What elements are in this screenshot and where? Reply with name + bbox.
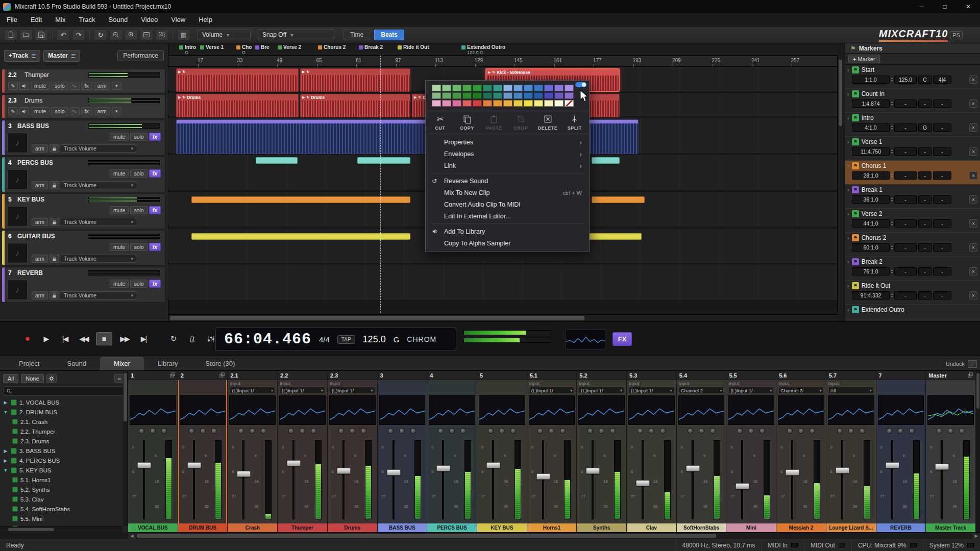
zoom-selection-icon[interactable] [155,29,168,40]
knob-icon[interactable] [161,428,167,434]
solo-button[interactable]: solo [130,243,147,251]
audio-clip[interactable] [191,196,410,203]
strip-eq-display[interactable] [728,395,774,425]
knob-icon[interactable] [599,428,604,434]
mute-button[interactable]: mute [110,243,129,251]
marker-position-field[interactable]: 1:4.874 [852,99,890,108]
fx-button[interactable]: fx [149,133,161,141]
input-dropdown[interactable]: All▾ [828,387,874,394]
track-row-4[interactable]: 4PERCS BUS♪mutesolofxarmTrack Volume▾ [2,157,165,192]
knob-icon[interactable] [211,428,217,434]
knob-icon[interactable] [549,428,554,434]
arrow-down-icon[interactable]: ▼ [3,410,8,415]
delete-marker-icon[interactable]: × [969,99,977,108]
audio-clip[interactable] [585,233,642,240]
chevron-right-icon[interactable]: › [847,67,849,73]
scroll-left-icon[interactable]: ◀ [128,533,136,539]
marker-row[interactable]: ›⚑Ride it Out91:4.332▴▾---× [845,281,980,305]
lock-icon[interactable] [50,218,59,226]
track-row-7[interactable]: 7REVERB♪mutesolofxarmTrack Volume▾ [2,267,165,303]
marker-tempo-field[interactable]: 125.0 [894,76,917,84]
color-swatch[interactable] [534,85,543,91]
marker-position-field[interactable]: 28:1.0 [852,171,890,180]
knob-icon[interactable] [587,428,593,434]
color-swatch[interactable] [503,92,512,99]
color-swatch[interactable] [513,85,523,91]
audio-clip[interactable] [592,196,645,203]
undo-icon[interactable]: ↶ [57,29,70,40]
color-swatch[interactable] [554,92,564,99]
color-swatch[interactable] [524,100,533,107]
solo-button[interactable]: solo [130,280,147,288]
lock-icon[interactable] [50,181,59,189]
marker-position-field[interactable]: 44:1.0 [852,219,890,228]
minimize-icon[interactable]: ─ [910,0,933,13]
tree-item-4-percs-bus[interactable]: ▶4. PERCS BUS [0,456,122,465]
strip-eq-display[interactable] [878,395,924,425]
spinner-icon[interactable]: ▴▾ [891,77,893,82]
color-swatch[interactable] [432,100,441,107]
spinner-icon[interactable]: ▴▾ [891,101,893,106]
color-swatch[interactable] [432,85,441,91]
marker-key-field[interactable]: - [918,267,932,276]
timeline-horizontal-scrollbar[interactable] [168,314,837,321]
marker-tempo-field[interactable]: - [894,123,917,132]
strip-eq-display[interactable] [279,395,326,425]
section-marker[interactable]: Bre [255,44,270,50]
add-track-button[interactable]: +Track☰ [4,50,40,62]
chevron-down-icon[interactable]: ▾ [112,82,121,90]
fader-handle[interactable] [287,460,301,466]
skip-start-button[interactable]: |◀ [58,332,71,345]
color-swatch[interactable] [452,85,461,91]
marker-row[interactable]: ›⚑Chorus 260:1.0▴▾---× [845,233,980,257]
mixer-strip-2[interactable]: 2062791836DRUM BUS [178,371,228,532]
loop-button[interactable]: ↻ [166,332,180,345]
fader-handle[interactable] [886,462,899,468]
knob-icon[interactable] [760,428,765,434]
spinner-icon[interactable]: ▴▾ [891,245,893,250]
strip-header[interactable]: 5 [477,371,527,380]
input-dropdown[interactable]: (L)Input 1/▾ [629,387,674,394]
color-swatch[interactable] [534,92,543,99]
color-swatch[interactable] [462,100,472,107]
marker-timesig-field[interactable]: - [933,99,951,108]
knob-icon[interactable] [710,428,716,434]
menu-file[interactable]: File [0,13,24,26]
knob-icon[interactable] [460,428,466,434]
lock-icon[interactable] [50,144,59,153]
strip-eq-display[interactable] [927,395,974,425]
color-swatch[interactable] [462,92,472,99]
section-marker[interactable]: Verse 2 [278,44,301,50]
fader-handle[interactable] [237,471,251,477]
chevron-right-icon[interactable]: › [847,235,849,241]
color-swatch[interactable] [565,92,574,99]
lock-icon[interactable] [50,291,59,299]
section-marker[interactable]: Verse 1 [200,44,224,50]
timeline-vertical-scrollbar[interactable] [837,56,843,313]
spinner-icon[interactable]: ▴▾ [891,149,893,154]
marker-row[interactable]: ›⚑Verse 244:1.0▴▾---× [845,209,980,233]
fx-button[interactable]: fx [149,169,161,178]
knob-icon[interactable] [238,428,244,434]
knob-icon[interactable] [139,428,144,434]
marker-timesig-field[interactable]: - [933,267,951,276]
loop-icon[interactable]: ↻ [94,29,107,40]
marker-row[interactable]: ›⚑Break 276:1.0▴▾---× [845,257,980,281]
strip-header[interactable]: 5.3 [627,371,676,380]
pencil-icon[interactable]: ✎ [8,82,18,90]
tab-store-30-[interactable]: Store (30) [192,357,249,370]
color-swatch[interactable] [452,92,461,99]
input-dropdown[interactable]: (L)Input 1/▾ [330,387,375,394]
knob-icon[interactable] [660,428,666,434]
tab-mixer[interactable]: Mixer [100,357,144,370]
strip-eq-display[interactable] [479,395,525,425]
strip-eq-display[interactable] [628,395,675,425]
record-button[interactable]: ● [20,332,34,345]
strip-name-label[interactable]: Synths [577,523,626,532]
knob-icon[interactable] [688,428,693,434]
knob-icon[interactable] [748,428,754,434]
fader-handle[interactable] [836,467,849,473]
strip-name-label[interactable]: Clav [627,523,676,532]
context-delete-button[interactable]: DELETE [534,114,561,131]
section-marker[interactable]: Break 2 [359,44,383,50]
